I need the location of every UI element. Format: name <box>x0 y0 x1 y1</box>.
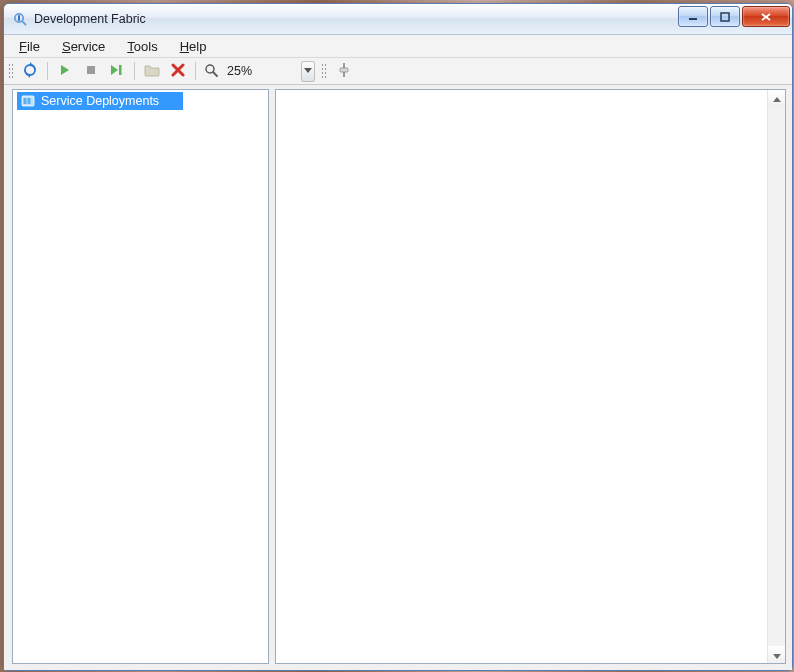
svg-marker-17 <box>304 68 312 73</box>
toolbar-separator <box>47 62 48 80</box>
menu-file[interactable]: File <box>10 37 49 56</box>
stop-icon <box>85 64 97 79</box>
svg-rect-3 <box>689 18 697 20</box>
client-area: Service Deployments <box>4 85 792 670</box>
svg-rect-19 <box>340 68 348 72</box>
desktop-background: Development Fabric File Service <box>0 0 794 672</box>
toolbar <box>4 58 792 85</box>
svg-marker-11 <box>111 65 118 75</box>
svg-rect-10 <box>87 66 95 74</box>
service-tree[interactable]: Service Deployments <box>13 90 268 112</box>
chevron-down-icon <box>304 68 312 74</box>
menu-help[interactable]: Help <box>171 37 216 56</box>
menubar: File Service Tools Help <box>4 35 792 58</box>
vertical-scrollbar[interactable] <box>767 90 785 663</box>
svg-rect-4 <box>721 13 729 21</box>
toolbar-separator <box>195 62 196 80</box>
svg-marker-24 <box>773 654 781 659</box>
app-icon <box>12 11 28 27</box>
svg-rect-2 <box>18 15 20 21</box>
refresh-button[interactable] <box>18 59 42 83</box>
svg-marker-9 <box>61 65 69 75</box>
chevron-up-icon <box>773 92 781 106</box>
zoom-input[interactable] <box>225 62 297 81</box>
svg-marker-23 <box>773 97 781 102</box>
folder-icon <box>144 63 160 80</box>
menu-tools[interactable]: Tools <box>118 37 166 56</box>
window-buttons <box>678 6 790 27</box>
magnifier-icon <box>204 63 218 80</box>
svg-marker-8 <box>27 75 30 78</box>
content-panel <box>275 89 786 664</box>
svg-rect-12 <box>119 65 122 75</box>
slider-icon <box>338 62 350 81</box>
delete-icon <box>171 63 185 80</box>
svg-line-16 <box>213 72 217 76</box>
open-folder-button[interactable] <box>140 59 164 83</box>
menu-service[interactable]: Service <box>53 37 114 56</box>
svg-rect-22 <box>28 98 31 104</box>
play-step-icon <box>110 64 124 79</box>
svg-line-1 <box>22 21 26 25</box>
tree-item-label: Service Deployments <box>41 94 159 108</box>
zoom-dropdown-button[interactable] <box>301 61 315 82</box>
zoom-combo <box>225 61 315 82</box>
menu-label: Tools <box>127 39 157 54</box>
maximize-button[interactable] <box>710 6 740 27</box>
scroll-up-button[interactable] <box>768 90 785 107</box>
window-title: Development Fabric <box>34 12 146 26</box>
content-area[interactable] <box>276 90 767 663</box>
chevron-down-icon <box>773 648 781 662</box>
services-icon <box>21 94 35 108</box>
zoom-slider-button[interactable] <box>337 62 351 80</box>
toolbar-grip-icon[interactable] <box>8 62 14 80</box>
toolbar-grip-icon[interactable] <box>321 62 327 80</box>
minimize-button[interactable] <box>678 6 708 27</box>
tree-item-root[interactable]: Service Deployments <box>17 92 183 110</box>
menu-label: Help <box>180 39 207 54</box>
close-button[interactable] <box>742 6 790 27</box>
titlebar[interactable]: Development Fabric <box>4 4 792 35</box>
scroll-down-button[interactable] <box>768 646 785 663</box>
toolbar-separator <box>134 62 135 80</box>
app-window: Development Fabric File Service <box>3 3 793 671</box>
menu-label: Service <box>62 39 105 54</box>
menu-label: File <box>19 39 40 54</box>
svg-rect-21 <box>24 98 27 104</box>
delete-button[interactable] <box>166 59 190 83</box>
tree-panel: Service Deployments <box>12 89 269 664</box>
stop-button[interactable] <box>79 59 103 83</box>
step-button[interactable] <box>105 59 129 83</box>
play-icon <box>59 64 71 79</box>
run-button[interactable] <box>53 59 77 83</box>
refresh-icon <box>22 62 38 81</box>
zoom-button[interactable] <box>201 59 221 83</box>
